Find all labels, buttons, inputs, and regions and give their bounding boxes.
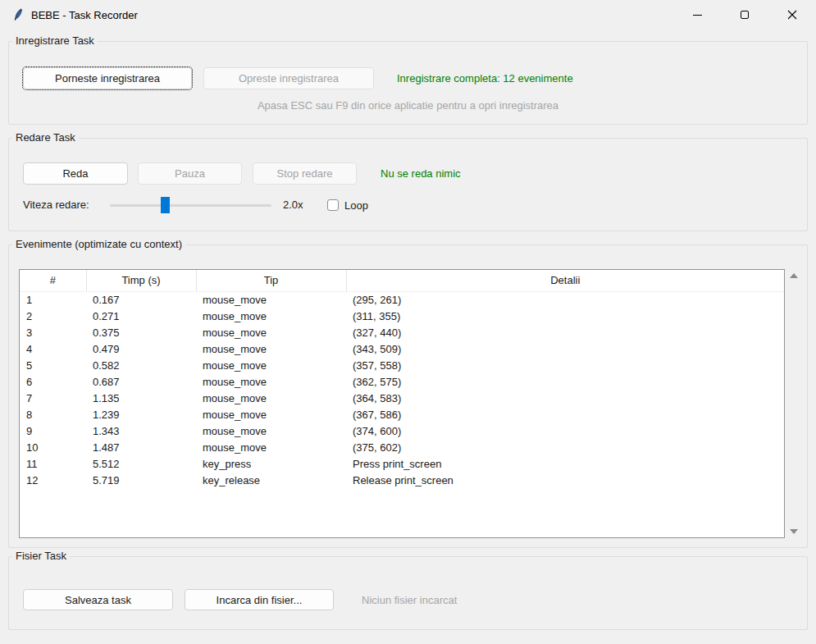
feather-icon — [11, 8, 25, 21]
file-group: Fisier Task Salveaza task Incarca din fi… — [8, 556, 808, 630]
table-row[interactable]: 6 0.687 mouse_move (362, 575) — [20, 373, 784, 390]
table-row[interactable]: 2 0.271 mouse_move (311, 355) — [20, 308, 784, 324]
table-row[interactable]: 3 0.375 mouse_move (327, 440) — [20, 324, 784, 340]
save-task-button[interactable]: Salveaza task — [23, 589, 173, 610]
window-title: BEBE - Task Recorder — [31, 9, 138, 21]
close-icon — [787, 10, 797, 20]
events-scrollbar[interactable] — [786, 269, 800, 538]
playback-group-label: Redare Task — [12, 131, 79, 144]
speed-slider-handle[interactable] — [161, 197, 170, 213]
recording-group-label: Inregistrare Task — [12, 34, 98, 47]
table-row[interactable]: 10 1.487 mouse_move (375, 602) — [20, 439, 784, 455]
scroll-up-icon[interactable] — [790, 273, 798, 278]
playback-status: Nu se reda nimic — [381, 162, 461, 185]
stop-playback-button[interactable]: Stop redare — [253, 162, 357, 185]
maximize-icon — [741, 11, 749, 19]
scroll-down-icon[interactable] — [790, 529, 798, 534]
table-row[interactable]: 4 0.479 mouse_move (343, 509) — [20, 340, 784, 357]
events-table-body: 1 0.167 mouse_move (295, 261) 2 0.271 mo… — [20, 291, 784, 488]
speed-slider[interactable] — [110, 195, 271, 215]
loop-checkbox[interactable] — [327, 199, 339, 211]
table-row[interactable]: 1 0.167 mouse_move (295, 261) — [20, 291, 784, 308]
speed-label: Viteza redare: — [23, 195, 89, 215]
close-button[interactable] — [768, 0, 816, 30]
stop-recording-button[interactable]: Opreste inregistrarea — [203, 67, 374, 89]
table-row[interactable]: 9 1.343 mouse_move (374, 600) — [20, 422, 784, 439]
column-header-type[interactable]: Tip — [196, 270, 346, 291]
loop-label: Loop — [344, 199, 368, 212]
table-header-row: # Timp (s) Tip Detalii — [20, 270, 784, 291]
app-window: BEBE - Task Recorder Inregistrare Task P… — [0, 0, 816, 644]
events-group-label: Evenimente (optimizate cu context) — [12, 238, 185, 250]
table-row[interactable]: 5 0.582 mouse_move (357, 558) — [20, 357, 784, 373]
column-header-details[interactable]: Detalii — [346, 270, 784, 291]
load-task-button[interactable]: Incarca din fisier... — [185, 589, 334, 610]
table-row[interactable]: 12 5.719 key_release Release print_scree… — [20, 472, 784, 488]
title-bar[interactable]: BEBE - Task Recorder — [0, 0, 816, 30]
events-table: # Timp (s) Tip Detalii 1 0.167 mouse_mov… — [19, 269, 785, 538]
loop-control[interactable]: Loop — [327, 195, 368, 215]
start-recording-button[interactable]: Porneste inregistrarea — [23, 67, 192, 89]
events-group: Evenimente (optimizate cu context) # Tim… — [8, 244, 808, 548]
speed-value: 2.0x — [283, 195, 303, 215]
recording-group: Inregistrare Task Porneste inregistrarea… — [8, 41, 808, 125]
file-status: Niciun fisier incarcat — [362, 589, 457, 610]
playback-group: Redare Task Reda Pauza Stop redare Nu se… — [8, 138, 808, 231]
table-row[interactable]: 8 1.239 mouse_move (367, 586) — [20, 406, 784, 422]
recording-status: Inregistrare completa: 12 evenimente — [397, 67, 573, 89]
table-row[interactable]: 7 1.135 mouse_move (364, 583) — [20, 390, 784, 406]
recording-hint: Apasa ESC sau F9 din orice aplicatie pen… — [9, 99, 807, 112]
table-row[interactable]: 11 5.512 key_press Press print_screen — [20, 455, 784, 472]
minimize-button[interactable] — [673, 0, 721, 30]
speed-slider-track[interactable] — [110, 204, 271, 207]
pause-button[interactable]: Pauza — [138, 162, 242, 185]
play-button[interactable]: Reda — [23, 162, 128, 185]
minimize-icon — [693, 15, 702, 16]
file-group-label: Fisier Task — [12, 550, 70, 562]
column-header-time[interactable]: Timp (s) — [86, 270, 196, 291]
maximize-button[interactable] — [721, 0, 768, 30]
column-header-index[interactable]: # — [20, 270, 86, 291]
